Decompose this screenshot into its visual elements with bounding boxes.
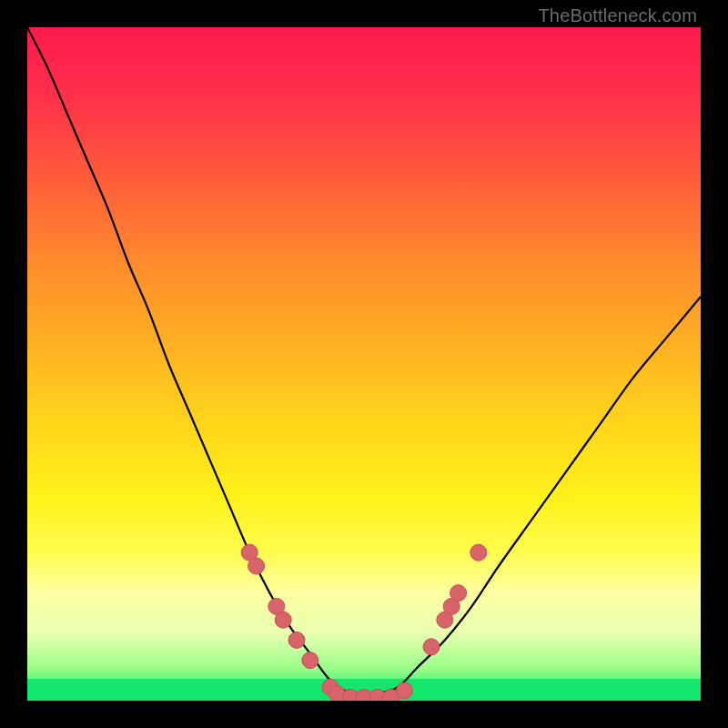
plot-area — [27, 27, 701, 701]
bottleneck-curve — [27, 27, 701, 701]
curve-svg — [27, 27, 701, 701]
curve-marker — [248, 558, 265, 574]
watermark-text: TheBottleneck.com — [538, 5, 697, 26]
curve-marker — [288, 632, 305, 648]
curve-markers — [241, 544, 487, 701]
curve-marker — [470, 544, 487, 561]
curve-marker — [396, 682, 412, 699]
curve-marker — [275, 612, 291, 628]
chart-frame: TheBottleneck.com — [0, 0, 728, 728]
curve-marker — [423, 639, 440, 655]
curve-marker — [450, 585, 467, 602]
curve-marker — [302, 652, 318, 669]
